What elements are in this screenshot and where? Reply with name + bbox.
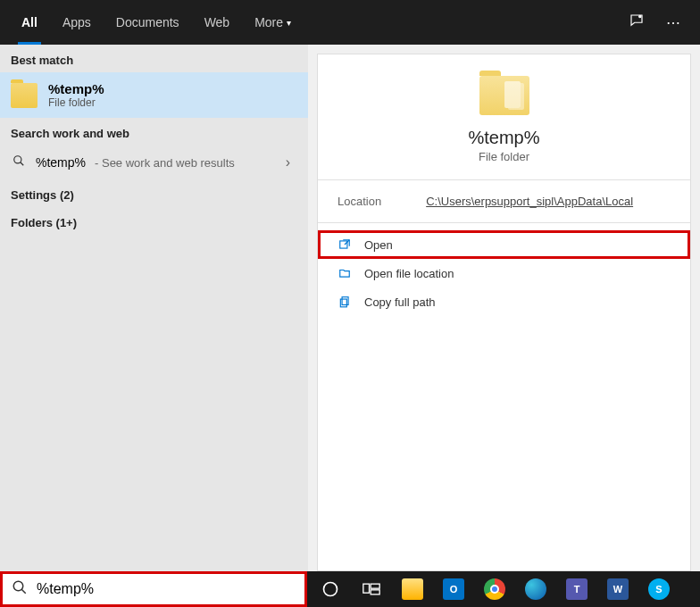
result-title: %temp% — [48, 81, 104, 96]
search-input[interactable] — [37, 581, 296, 597]
tab-documents[interactable]: Documents — [104, 0, 192, 45]
svg-point-6 — [13, 581, 23, 591]
web-result-term: %temp% — [36, 155, 86, 170]
best-match-row[interactable]: %temp% File folder — [0, 72, 308, 118]
tab-all[interactable]: All — [9, 0, 50, 45]
preview-title: %temp% — [468, 128, 539, 148]
settings-heading[interactable]: Settings (2) — [0, 179, 308, 207]
search-icon — [11, 154, 27, 170]
chevron-right-icon: › — [286, 154, 297, 170]
tab-web[interactable]: Web — [192, 0, 243, 45]
open-icon — [338, 237, 352, 252]
open-action[interactable]: Open — [318, 230, 690, 259]
search-results-area: Best match %temp% File folder Search wor… — [0, 45, 700, 571]
folder-icon — [11, 83, 38, 108]
location-row: Location C:\Users\erpsupport_sipl\AppDat… — [318, 180, 690, 222]
svg-rect-10 — [371, 584, 379, 588]
web-result-suffix: - See work and web results — [95, 156, 235, 170]
search-filter-tabs: All Apps Documents Web More ▾ ⋯ — [0, 0, 700, 45]
tab-apps[interactable]: Apps — [50, 0, 104, 45]
word-icon[interactable]: W — [600, 574, 636, 604]
search-work-web-heading: Search work and web — [0, 118, 308, 146]
svg-rect-5 — [340, 299, 346, 307]
copy-path-label: Copy full path — [364, 295, 436, 309]
svg-point-8 — [324, 583, 338, 596]
preview-subtitle: File folder — [479, 150, 529, 163]
teams-icon[interactable]: T — [559, 574, 595, 604]
folders-heading[interactable]: Folders (1+) — [0, 207, 308, 235]
file-explorer-icon[interactable] — [395, 574, 430, 604]
web-result-row[interactable]: %temp% - See work and web results › — [0, 146, 308, 179]
task-view-icon[interactable] — [354, 574, 389, 604]
search-box[interactable] — [0, 571, 307, 607]
location-path-link[interactable]: C:\Users\erpsupport_sipl\AppData\Local — [426, 195, 633, 208]
open-location-label: Open file location — [364, 267, 454, 280]
edge-icon[interactable] — [518, 574, 554, 604]
skype-icon[interactable]: S — [641, 574, 677, 604]
preview-panel: %temp% File folder Location C:\Users\erp… — [317, 54, 691, 571]
more-options-icon[interactable]: ⋯ — [655, 14, 691, 31]
svg-rect-4 — [342, 297, 348, 305]
svg-point-1 — [14, 156, 21, 163]
open-file-location-action[interactable]: Open file location — [318, 259, 690, 287]
svg-point-0 — [639, 15, 641, 17]
best-match-heading: Best match — [0, 45, 308, 72]
svg-rect-3 — [340, 241, 347, 248]
copy-icon — [338, 295, 352, 309]
result-subtitle: File folder — [48, 96, 104, 109]
cortana-icon[interactable] — [312, 574, 348, 604]
feedback-icon[interactable] — [618, 12, 655, 32]
svg-rect-11 — [371, 590, 379, 595]
chrome-icon[interactable] — [477, 574, 512, 604]
tab-more-label: More — [254, 15, 283, 29]
results-list: Best match %temp% File folder Search wor… — [0, 45, 308, 571]
tab-more[interactable]: More ▾ — [242, 0, 304, 45]
search-icon — [12, 579, 28, 599]
folder-large-icon — [479, 76, 529, 115]
outlook-icon[interactable]: O — [436, 574, 471, 604]
svg-line-2 — [21, 162, 24, 166]
chevron-down-icon: ▾ — [287, 18, 291, 28]
copy-full-path-action[interactable]: Copy full path — [318, 287, 690, 316]
svg-rect-9 — [363, 584, 370, 593]
taskbar: O T W S — [307, 571, 700, 607]
svg-line-7 — [21, 589, 26, 594]
open-label: Open — [364, 238, 393, 252]
actions-list: Open Open file location Copy full path — [318, 223, 690, 323]
location-icon — [338, 266, 352, 280]
location-label: Location — [338, 195, 381, 208]
